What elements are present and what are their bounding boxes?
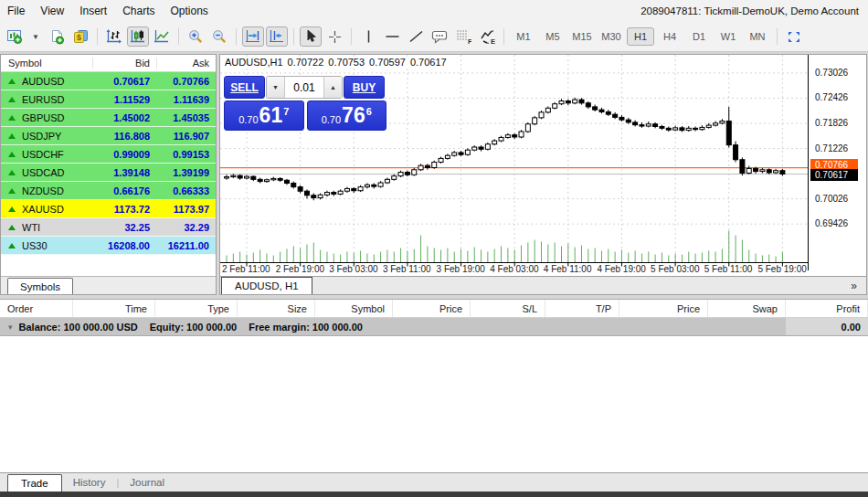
timeframe-h4[interactable]: H4 — [656, 27, 683, 46]
bid-value: 116.808 — [92, 131, 156, 142]
symbol-name: USDJPY — [1, 131, 92, 142]
sell-price-display[interactable]: 0.70617 — [224, 100, 304, 131]
timeframe-w1[interactable]: W1 — [715, 27, 742, 46]
time-axis-label: 4 Feb 11:00 — [544, 264, 592, 274]
tab-trade[interactable]: Trade — [7, 474, 62, 492]
time-axis-label: 4 Feb 03:00 — [490, 264, 538, 274]
new-chart-dropdown-icon[interactable]: ▼ — [29, 26, 44, 47]
timeframe-h1[interactable]: H1 — [627, 27, 654, 46]
up-arrow-icon — [8, 225, 16, 230]
symbol-row-audusd[interactable]: AUDUSD0.706170.70766 — [1, 72, 216, 90]
cursor-icon[interactable] — [300, 26, 322, 47]
timeframe-m30[interactable]: M30 — [598, 27, 625, 46]
timeframe-mn[interactable]: MN — [744, 27, 771, 46]
symbol-row-wti[interactable]: WTI32.2532.29 — [1, 218, 216, 237]
trendline-icon[interactable] — [405, 26, 427, 47]
bar-chart-icon[interactable] — [103, 26, 125, 47]
market-watch-tabbar: Symbols — [1, 276, 216, 294]
timeframe-m5[interactable]: M5 — [539, 27, 566, 46]
window-bottom-strip — [0, 492, 868, 497]
equity-value: Equity: 100 000.00 — [150, 322, 237, 333]
symbol-row-xauusd[interactable]: XAUUSD1173.721173.97 — [1, 200, 216, 218]
zoom-out-icon[interactable] — [208, 26, 230, 47]
symbol-name: GBPUSD — [1, 112, 92, 123]
menu-items: FileViewInsertChartsOptions — [7, 5, 224, 17]
up-arrow-icon — [8, 133, 16, 139]
terminal-column-price: Price — [393, 300, 471, 317]
volume-decrease-icon[interactable]: ▼ — [267, 77, 285, 98]
sell-button[interactable]: SELL — [224, 76, 265, 99]
auto-scroll-icon[interactable] — [242, 26, 264, 47]
new-order-icon[interactable] — [46, 26, 68, 47]
ask-value: 16211.00 — [156, 240, 216, 251]
toolbar-separator — [236, 28, 237, 45]
symbol-name: WTI — [1, 222, 92, 233]
terminal-column-tp: T/P — [545, 300, 619, 317]
symbol-row-us30[interactable]: US3016208.0016211.00 — [1, 237, 216, 255]
volume-input[interactable]: 0.01 — [285, 77, 323, 98]
tab-chart-audusd-h1[interactable]: AUDUSD, H1 — [221, 277, 312, 294]
buy-button[interactable]: BUY — [344, 76, 385, 99]
ask-value: 0.99153 — [156, 149, 216, 160]
line-chart-icon[interactable] — [151, 26, 173, 47]
fullscreen-icon[interactable] — [783, 26, 805, 47]
chart-ohlc-line: AUDUSD,H10.707220.707530.705970.70617 — [225, 57, 455, 68]
ask-value: 1.11639 — [156, 94, 216, 105]
tab-symbols[interactable]: Symbols — [7, 278, 73, 294]
fibonacci-icon[interactable]: F — [452, 26, 474, 47]
buy-price-display[interactable]: 0.70766 — [307, 100, 387, 131]
menu-item-charts[interactable]: Charts — [122, 5, 154, 17]
accounts-icon[interactable]: $ — [69, 26, 91, 47]
toolbar: ▼ $ F — [0, 22, 868, 52]
symbol-name: XAUUSD — [1, 204, 92, 215]
bid-price-tag: 0.70617 — [810, 169, 858, 181]
crosshair-icon[interactable] — [323, 26, 345, 47]
price-axis-label: 0.71226 — [815, 143, 848, 153]
candlestick-chart-icon[interactable] — [127, 26, 149, 47]
timeframe-buttons: M1M5M15M30H1H4D1W1MN — [509, 27, 772, 46]
zoom-in-icon[interactable] — [185, 26, 206, 47]
tab-journal[interactable]: Journal — [119, 473, 175, 492]
bid-value: 1173.72 — [92, 204, 156, 215]
symbol-row-usdcad[interactable]: USDCAD1.391481.39199 — [1, 164, 216, 182]
tab-overflow-button[interactable]: » — [851, 277, 866, 294]
symbol-row-gbpusd[interactable]: GBPUSD1.450021.45035 — [1, 109, 216, 127]
symbol-row-usdjpy[interactable]: USDJPY116.808116.907 — [1, 127, 216, 145]
symbol-row-usdchf[interactable]: USDCHF0.990090.99153 — [1, 145, 216, 164]
ohlc-high: 0.70753 — [328, 57, 365, 68]
symbol-row-eurusd[interactable]: EURUSD1.115291.11639 — [1, 90, 216, 109]
sell-price-prefix: 0.70 — [238, 114, 258, 125]
ohlc-low: 0.70597 — [369, 57, 406, 68]
bid-value: 0.99009 — [92, 149, 156, 160]
chart-shift-icon[interactable] — [266, 26, 288, 47]
vertical-line-icon[interactable] — [357, 26, 379, 47]
symbol-row-nzdusd[interactable]: NZDUSD0.661760.66333 — [1, 182, 216, 200]
time-axis-label: 2 Feb 19:00 — [276, 264, 324, 274]
time-axis-label: 3 Feb 03:00 — [329, 264, 377, 274]
text-label-icon[interactable] — [429, 26, 450, 47]
horizontal-line-icon[interactable] — [381, 26, 403, 47]
chart-panel: AUDUSD,H10.707220.707530.705970.70617 SE… — [219, 54, 867, 295]
balance-row[interactable]: ▾ Balance: 100 000.00 USD Equity: 100 00… — [0, 318, 868, 336]
bid-value: 0.70617 — [92, 76, 156, 87]
up-arrow-icon — [8, 97, 16, 102]
one-click-trading-widget: SELL ▼ 0.01 ▲ BUY 0.70617 0.70766 — [224, 76, 386, 131]
timeframe-m15[interactable]: M15 — [568, 27, 596, 46]
ask-value: 32.29 — [156, 222, 216, 233]
terminal-column-profit: Profit — [786, 300, 868, 317]
tab-history[interactable]: History — [62, 473, 117, 492]
indicators-icon[interactable]: E — [476, 26, 498, 47]
price-axis-label: 0.72426 — [815, 92, 848, 102]
menu-item-options[interactable]: Options — [171, 5, 208, 17]
free-margin-value: Free margin: 100 000.00 — [249, 322, 363, 333]
menu-item-file[interactable]: File — [7, 5, 25, 17]
timeframe-d1[interactable]: D1 — [685, 27, 713, 46]
timeframe-m1[interactable]: M1 — [510, 27, 537, 46]
collapse-icon[interactable]: ▾ — [8, 323, 13, 332]
menu-item-view[interactable]: View — [40, 5, 64, 17]
symbol-name: AUDUSD — [1, 76, 92, 87]
new-chart-icon[interactable] — [5, 26, 27, 47]
menu-item-insert[interactable]: Insert — [79, 5, 107, 17]
volume-increase-icon[interactable]: ▲ — [323, 77, 342, 98]
time-axis-label: 3 Feb 11:00 — [383, 264, 431, 274]
